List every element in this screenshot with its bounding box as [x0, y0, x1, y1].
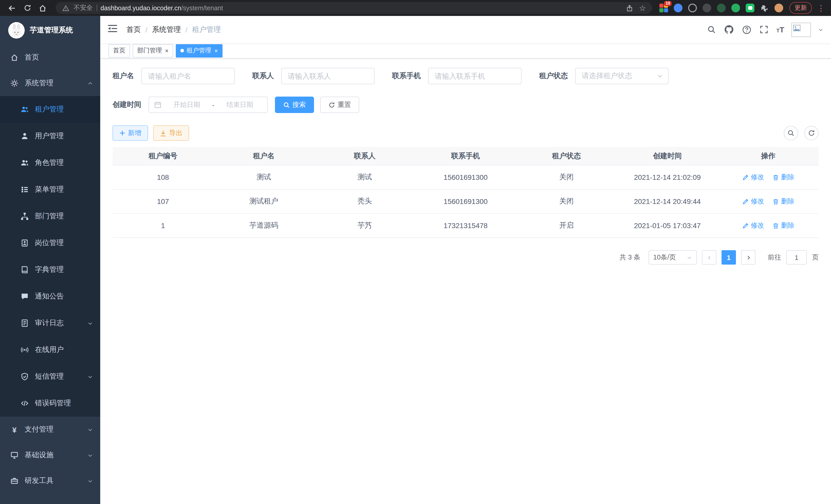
sidebar-item-label: 研发工具 [25, 476, 53, 485]
refresh-table-button[interactable] [804, 126, 819, 140]
extension-icon-green[interactable] [731, 4, 740, 12]
column-header: 租户名 [213, 151, 315, 160]
browser-menu-icon[interactable]: ⋮ [817, 3, 825, 12]
create-time-range-picker[interactable]: 开始日期 - 结束日期 [148, 97, 268, 113]
main-area: 首页 / 系统管理 / 租户管理 TT [100, 16, 831, 504]
cell-status: 关闭 [516, 197, 617, 206]
sidebar-item-dict-management[interactable]: 字典管理 [0, 256, 100, 283]
contact-input[interactable] [281, 68, 375, 84]
sidebar-item-menu-management[interactable]: 菜单管理 [0, 176, 100, 203]
tab-tenant-management[interactable]: 租户管理 × [176, 44, 223, 57]
extension-icon-green-dark[interactable] [717, 4, 726, 12]
tenant-name-input[interactable] [141, 68, 235, 84]
export-button[interactable]: 导出 [153, 125, 189, 141]
page-number-button[interactable]: 1 [721, 250, 736, 265]
delete-link-label: 删除 [781, 173, 795, 182]
navbar-actions: TT [706, 22, 823, 37]
cell-contact: 秃头 [314, 197, 415, 206]
date-separator: - [212, 101, 214, 109]
share-icon[interactable] [626, 4, 633, 11]
user-icon [21, 132, 29, 140]
users-icon [21, 105, 29, 114]
sidebar-item-role-management[interactable]: 角色管理 [0, 149, 100, 176]
security-label: 不安全 [74, 4, 93, 12]
delete-link[interactable]: 删除 [772, 173, 795, 182]
help-icon[interactable] [741, 24, 752, 35]
mobile-input[interactable] [428, 68, 522, 84]
tenant-status-select[interactable]: 请选择租户状态 [575, 68, 668, 84]
address-bar[interactable]: 不安全 dashboard.yudao.iocoder.cn/system/te… [56, 2, 652, 14]
breadcrumb-separator: / [145, 25, 147, 34]
extension-icon-colorful[interactable]: 10 [659, 4, 668, 12]
chevron-down-icon[interactable] [818, 27, 823, 32]
goto-page-input[interactable] [786, 250, 807, 265]
reset-button[interactable]: 重置 [320, 97, 359, 113]
close-icon[interactable]: × [165, 48, 169, 54]
edit-link-label: 修改 [751, 221, 764, 230]
tab-home[interactable]: 首页 [109, 44, 130, 57]
sidebar-item-payment[interactable]: ¥ 支付管理 [0, 417, 100, 442]
browser-profile-avatar[interactable] [774, 4, 783, 12]
add-button[interactable]: 新增 [113, 125, 148, 141]
page-size-select[interactable]: 10条/页 [649, 250, 697, 265]
sidebar-item-dept-management[interactable]: 部门管理 [0, 203, 100, 230]
cell-tenant-name: 测试 [213, 173, 315, 182]
sidebar-item-system[interactable]: 系统管理 [0, 70, 100, 96]
sidebar-item-user-management[interactable]: 用户管理 [0, 123, 100, 149]
extension-icon-ring[interactable] [688, 4, 697, 12]
font-size-icon[interactable]: TT [776, 25, 784, 34]
search-button[interactable]: 搜索 [275, 97, 314, 113]
sidebar-item-tenant-management[interactable]: 租户管理 [0, 96, 100, 123]
sidebar-item-label: 首页 [25, 53, 39, 62]
tab-label: 部门管理 [137, 46, 162, 55]
end-date-placeholder: 结束日期 [218, 100, 262, 110]
tenant-table: 租户编号 租户名 联系人 联系手机 租户状态 创建时间 操作 108 测试 测试… [113, 147, 819, 238]
breadcrumb-item[interactable]: 首页 [126, 25, 141, 34]
sidebar-item-devtools[interactable]: 研发工具 [0, 468, 100, 494]
calendar-icon [154, 101, 161, 109]
next-page-button[interactable] [741, 250, 755, 265]
browser-reload-icon[interactable] [21, 1, 34, 14]
extension-icon-chat[interactable] [746, 4, 754, 12]
edit-link[interactable]: 修改 [742, 197, 764, 206]
app-logo[interactable]: 芋道管理系统 [0, 16, 100, 45]
close-icon[interactable]: × [214, 48, 218, 54]
user-avatar[interactable] [792, 22, 811, 37]
export-button-label: 导出 [169, 128, 182, 138]
sidebar-item-online-users[interactable]: 在线用户 [0, 336, 100, 363]
sidebar-item-infrastructure[interactable]: 基础设施 [0, 442, 100, 468]
fullscreen-icon[interactable] [759, 24, 769, 35]
sidebar-item-home[interactable]: 首页 [0, 45, 100, 70]
sidebar-item-sms-management[interactable]: 短信管理 [0, 363, 100, 390]
browser-update-button[interactable]: 更新 [790, 2, 812, 14]
bookmark-star-icon[interactable]: ☆ [639, 4, 646, 12]
github-icon[interactable] [724, 24, 734, 35]
tab-dept-management[interactable]: 部门管理 × [133, 44, 173, 57]
sidebar-item-post-management[interactable]: 岗位管理 [0, 230, 100, 256]
page-unit-label: 页 [812, 253, 819, 262]
prev-page-button[interactable] [702, 250, 716, 265]
extensions-menu-icon[interactable] [760, 4, 769, 12]
extension-icon-blue[interactable] [674, 4, 683, 12]
download-icon [160, 130, 167, 137]
sidebar-item-errorcode-management[interactable]: 错误码管理 [0, 390, 100, 417]
sidebar-item-audit-log[interactable]: 审计日志 [0, 310, 100, 336]
toggle-search-button[interactable] [784, 126, 798, 140]
edit-link[interactable]: 修改 [742, 173, 764, 182]
list-icon [21, 185, 29, 194]
edit-link[interactable]: 修改 [742, 221, 764, 230]
breadcrumb-separator: / [185, 25, 188, 34]
sidebar-item-notice[interactable]: 通知公告 [0, 283, 100, 310]
sidebar-toggle-icon[interactable] [108, 24, 118, 35]
active-tab-dot [180, 49, 184, 52]
extension-icon-dark[interactable] [703, 4, 711, 12]
cell-mobile: 15601691300 [415, 173, 516, 181]
delete-link[interactable]: 删除 [772, 197, 795, 206]
warning-icon [62, 4, 70, 12]
delete-link[interactable]: 删除 [772, 221, 795, 230]
browser-back-icon[interactable] [5, 1, 19, 14]
breadcrumb-item[interactable]: 系统管理 [152, 25, 181, 34]
column-header: 租户编号 [113, 151, 213, 160]
search-icon[interactable] [706, 24, 717, 35]
browser-home-icon[interactable] [36, 1, 49, 14]
